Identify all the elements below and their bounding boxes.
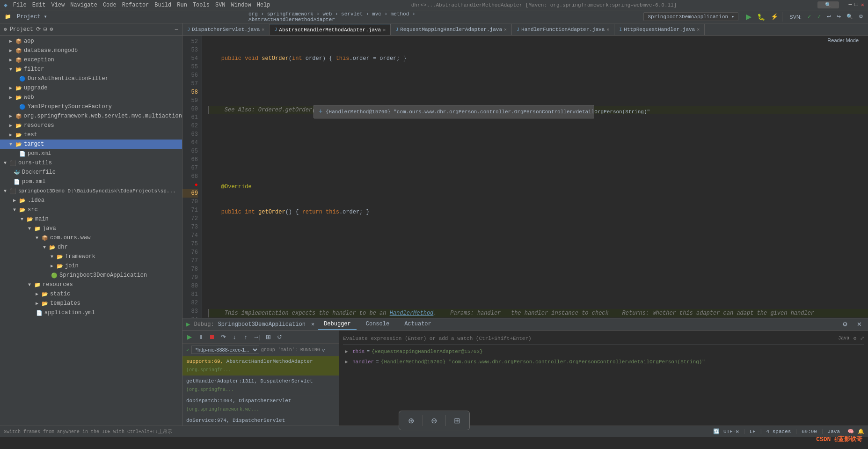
menu-view[interactable]: View — [51, 2, 65, 8]
tab-close-icon[interactable]: ✕ — [606, 27, 609, 32]
tree-item-dockerfile[interactable]: 🐳 Dockerfile — [0, 168, 182, 177]
stack-frame-0[interactable]: supports:69, AbstractHandlerMethodAdapte… — [182, 356, 339, 376]
debug-close-btn[interactable]: ✕ — [854, 319, 864, 330]
var-this[interactable]: ▶ this = {RequestMappingHandlerAdapter@1… — [343, 346, 864, 357]
tab-handler-function[interactable]: J HandlerFunctionAdapter.java ✕ — [512, 24, 614, 35]
tree-item-com-ours[interactable]: ▼ 📦 com.ours.www — [0, 233, 182, 243]
tree-item-join[interactable]: ▶ 📂 join — [0, 261, 182, 271]
grid-btn[interactable]: ⊞ — [449, 413, 466, 428]
stack-frame-1[interactable]: getHandlerAdapter:1311, DispatcherServle… — [182, 376, 339, 396]
search-bar-icon[interactable]: 🔍 — [817, 1, 839, 8]
memory-icon[interactable]: 🧠 — [847, 428, 854, 434]
tree-item-springboot3[interactable]: ▼ ⬛ springboot3Demo D:\BaiduSyncdisk\Ide… — [0, 186, 182, 196]
menu-edit[interactable]: Edit — [32, 2, 46, 8]
menu-file[interactable]: File — [13, 2, 27, 8]
undo-btn[interactable]: ↩ — [825, 12, 833, 22]
tree-item-aop[interactable]: ▶ 📦 aop — [0, 37, 182, 46]
tree-item-mongodb[interactable]: ▶ 📦 database.mongodb — [0, 46, 182, 55]
profile-btn[interactable]: ⚡ — [769, 12, 780, 22]
menu-refactor[interactable]: Refactor — [122, 2, 149, 8]
tab-http-request-handler[interactable]: I HttpRequestHandler.java ✕ — [614, 24, 705, 35]
tab-close-icon[interactable]: ✕ — [383, 27, 386, 33]
tree-item-filter[interactable]: ▼ 📂 filter — [0, 65, 182, 74]
project-collapse-icon[interactable]: ⊟ — [44, 26, 47, 33]
step-over-btn[interactable]: ↷ — [218, 332, 228, 342]
menu-code[interactable]: Code — [103, 2, 117, 8]
reader-mode-button[interactable]: Reader Mode — [827, 37, 859, 43]
tree-item-static[interactable]: ▶ 📂 static — [0, 289, 182, 299]
tree-item-test[interactable]: ▶ 📂 test — [0, 130, 182, 140]
stack-frame-2[interactable]: doDispatch:1064, DispatcherServlet (org.… — [182, 396, 339, 415]
pause-btn[interactable]: ⏸ — [196, 332, 206, 342]
minimize-btn[interactable]: — — [848, 1, 852, 8]
menu-svn[interactable]: SVN — [215, 2, 226, 8]
tree-item-mvc-multiaction[interactable]: ▶ 📦 org.springframework.web.servlet.mvc.… — [0, 111, 182, 121]
zoom-in-btn[interactable]: ⊕ — [403, 413, 420, 428]
tree-item-framework[interactable]: ▼ 📂 framework — [0, 252, 182, 261]
tree-item-exception[interactable]: ▶ 📦 exception — [0, 55, 182, 65]
debug-settings-btn[interactable]: ⚙ — [840, 319, 850, 330]
tab-close-icon[interactable]: ✕ — [504, 27, 507, 32]
encoding-label[interactable]: UTF-8 — [723, 429, 739, 434]
tree-item-main[interactable]: ▼ 📂 main — [0, 214, 182, 224]
project-sync-icon[interactable]: ⟳ — [36, 26, 41, 33]
tree-item-src[interactable]: ▼ 📂 src — [0, 205, 182, 214]
tree-item-auth-filter[interactable]: 🔵 OursAuthenticationFilter — [0, 74, 182, 83]
debug-tab-debugger[interactable]: Debugger — [318, 319, 357, 330]
menu-help[interactable]: Help — [257, 2, 270, 8]
push-btn[interactable]: ✓ — [815, 12, 823, 22]
notifications-icon[interactable]: 🔔 — [858, 428, 864, 434]
debug-close-icon[interactable]: ✕ — [311, 321, 314, 328]
tree-item-web[interactable]: ▶ 📂 web — [0, 93, 182, 102]
line-sep-label[interactable]: LF — [750, 429, 756, 434]
restore-btn[interactable]: ↺ — [274, 332, 284, 342]
filter-icon[interactable]: ▽ — [322, 347, 325, 353]
step-out-btn[interactable]: ↑ — [241, 332, 251, 342]
menu-tools[interactable]: Tools — [193, 2, 210, 8]
settings-btn[interactable]: ⚙ — [857, 12, 865, 22]
settings-icon[interactable]: ⚙ — [853, 335, 856, 341]
tree-item-templates[interactable]: ▶ 📂 templates — [0, 299, 182, 308]
thread-selector[interactable]: *http-nio-8888-exec-1... — [191, 346, 259, 354]
project-settings-icon[interactable]: ⚙ — [50, 26, 53, 33]
tree-item-java[interactable]: ▼ 📁 java — [0, 224, 182, 233]
tree-item-resources[interactable]: ▶ 📂 resources — [0, 121, 182, 130]
run-to-cursor-btn[interactable]: →| — [252, 332, 262, 342]
tab-abstract-handler[interactable]: J AbstractHandlerMethodAdapter.java ✕ — [270, 24, 391, 35]
project-minimize-icon[interactable]: — — [175, 26, 178, 33]
maximize-btn[interactable]: □ — [855, 1, 858, 8]
tab-close-icon[interactable]: ✕ — [262, 27, 264, 32]
expand-var-icon[interactable]: ▶ — [345, 358, 350, 366]
resume-btn[interactable]: ▶ — [184, 332, 195, 342]
tree-item-application-yml[interactable]: 📄 application.yml — [0, 308, 182, 317]
tab-request-mapping[interactable]: J RequestMappingHandlerAdapter.java ✕ — [391, 24, 512, 35]
tree-item-ours-utils[interactable]: ▼ ⬛ ours-utils — [0, 158, 182, 168]
svn-update-btn[interactable]: SVN: — [788, 12, 803, 22]
tree-item-pom2[interactable]: 📄 pom.xml — [0, 177, 182, 186]
tab-close-icon[interactable]: ✕ — [697, 27, 700, 32]
debug-btn[interactable]: 🐛 — [755, 12, 767, 22]
evaluate-btn[interactable]: ⊞ — [263, 332, 273, 342]
indent-label[interactable]: 4 spaces — [766, 429, 791, 434]
tree-item-resources2[interactable]: ▼ 📁 resources — [0, 280, 182, 289]
stack-frame-3[interactable]: doService:974, DispatcherServlet (org.sp… — [182, 415, 339, 426]
close-btn[interactable]: ✕ — [861, 1, 864, 8]
tree-item-target[interactable]: ▼ 📂 target — [0, 140, 182, 149]
tree-item-idea[interactable]: ▶ 📂 .idea — [0, 196, 182, 205]
search-everywhere-btn[interactable]: 🔍 — [845, 12, 855, 22]
step-into-btn[interactable]: ↓ — [229, 332, 240, 342]
menu-navigate[interactable]: Navigate — [70, 2, 97, 8]
expand-var-icon[interactable]: ▶ — [345, 347, 350, 356]
tree-item-main-class[interactable]: 🟢 Springboot3DemoApplication — [0, 271, 182, 280]
stop-btn[interactable]: ⏹ — [207, 332, 217, 342]
menu-window[interactable]: Window — [231, 2, 251, 8]
commit-btn[interactable]: ✓ — [805, 12, 813, 22]
tree-item-yaml[interactable]: 🔵 YamlPropertySourceFactory — [0, 102, 182, 111]
tree-item-dhr[interactable]: ▼ 📂 dhr — [0, 243, 182, 252]
redo-btn[interactable]: ↪ — [835, 12, 843, 22]
debug-tab-actuator[interactable]: Actuator — [399, 319, 437, 330]
run-btn[interactable]: ▶ — [744, 12, 753, 22]
project-view-btn[interactable]: 📁 — [3, 12, 13, 22]
tab-dispatcher-servlet[interactable]: J DispatcherServlet.java ✕ — [182, 24, 270, 35]
tree-item-upgrade[interactable]: ▶ 📂 upgrade — [0, 83, 182, 93]
